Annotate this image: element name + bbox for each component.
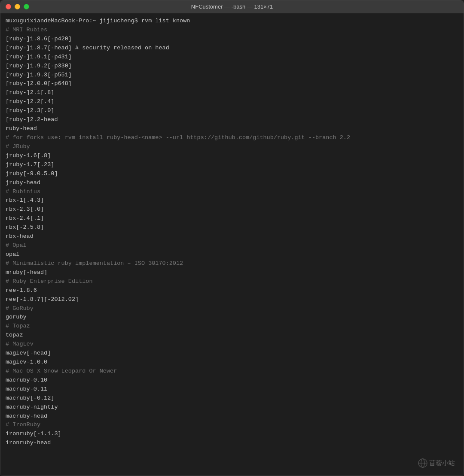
close-button[interactable] — [6, 4, 11, 9]
terminal-line: ree-1.8.6 — [6, 286, 458, 295]
terminal-line: maglev[-head] — [6, 349, 458, 358]
terminal-line: goruby — [6, 313, 458, 322]
watermark-icon — [418, 458, 427, 468]
terminal-line: # for forks use: rvm install ruby-head-<… — [6, 133, 458, 142]
terminal-line: macruby-nightly — [6, 403, 458, 412]
terminal-line: # Ruby Enterprise Edition — [6, 277, 458, 286]
terminal-line: [ruby-]1.8.7[-head] # security released … — [6, 44, 458, 53]
terminal-line: [ruby-]1.8.6[-p420] — [6, 35, 458, 44]
terminal-line: # GoRuby — [6, 304, 458, 313]
terminal-line: macruby-head — [6, 412, 458, 421]
terminal-body[interactable]: muxuguixiandeMacBook-Pro:~ jijiucheng$ r… — [0, 13, 464, 476]
terminal-line: [ruby-]2.0.0[-p648] — [6, 79, 458, 88]
terminal-line: rbx-2.3[.0] — [6, 205, 458, 214]
terminal-line: rbx-2.4[.1] — [6, 214, 458, 223]
terminal-line: macruby[-0.12] — [6, 394, 458, 403]
titlebar: NFCustomer — -bash — 131×71 — [0, 0, 464, 13]
watermark-text: 苜蓿小站 — [429, 459, 455, 467]
terminal-line: rbx-1[.4.3] — [6, 196, 458, 205]
terminal-line: [ruby-]1.9.3[-p551] — [6, 71, 458, 80]
terminal-line: maglev-1.0.0 — [6, 358, 458, 367]
watermark: 苜蓿小站 — [418, 458, 455, 468]
terminal-line: # MagLev — [6, 340, 458, 349]
terminal-line: # JRuby — [6, 142, 458, 152]
terminal-line: [ruby-]2.2[.4] — [6, 97, 458, 106]
terminal-line: ironruby-head — [6, 439, 458, 448]
terminal-line: opal — [6, 250, 458, 259]
terminal-window: NFCustomer — -bash — 131×71 muxuguixiand… — [0, 0, 464, 476]
terminal-line: ree[-1.8.7][-2012.02] — [6, 295, 458, 304]
terminal-line: # Rubinius — [6, 188, 458, 197]
terminal-line: ruby-head — [6, 124, 458, 133]
terminal-line: [ruby-]1.9.2[-p330] — [6, 62, 458, 71]
terminal-line: topaz — [6, 331, 458, 340]
terminal-line: jruby-1.7[.23] — [6, 161, 458, 170]
terminal-line: jruby-head — [6, 179, 458, 188]
terminal-line: # IronRuby — [6, 421, 458, 430]
terminal-line: jruby[-9.0.5.0] — [6, 170, 458, 179]
terminal-line: rbx[-2.5.8] — [6, 223, 458, 232]
terminal-line: # Opal — [6, 241, 458, 250]
terminal-line: [ruby-]2.2-head — [6, 115, 458, 124]
terminal-line: [ruby-]2.1[.8] — [6, 88, 458, 97]
terminal-line: macruby-0.10 — [6, 376, 458, 385]
terminal-line: ironruby[-1.1.3] — [6, 430, 458, 439]
window-title: NFCustomer — -bash — 131×71 — [191, 3, 273, 10]
maximize-button[interactable] — [24, 4, 29, 9]
minimize-button[interactable] — [15, 4, 20, 9]
terminal-wrapper: muxuguixiandeMacBook-Pro:~ jijiucheng$ r… — [0, 13, 464, 476]
terminal-line: # Mac OS X Snow Leopard Or Newer — [6, 367, 458, 376]
terminal-line: macruby-0.11 — [6, 385, 458, 394]
terminal-line: # MRI Rubies — [6, 26, 458, 35]
terminal-line: [ruby-]2.3[.0] — [6, 106, 458, 115]
terminal-prompt: muxuguixiandeMacBook-Pro:~ jijiucheng$ r… — [6, 17, 458, 26]
terminal-line: # Topaz — [6, 322, 458, 331]
terminal-line: # Minimalistic ruby implementation – ISO… — [6, 259, 458, 268]
terminal-line: [ruby-]1.9.1[-p431] — [6, 53, 458, 62]
terminal-line: rbx-head — [6, 232, 458, 241]
traffic-lights — [6, 4, 29, 9]
terminal-line: jruby-1.6[.8] — [6, 152, 458, 161]
terminal-line: mruby[-head] — [6, 268, 458, 277]
